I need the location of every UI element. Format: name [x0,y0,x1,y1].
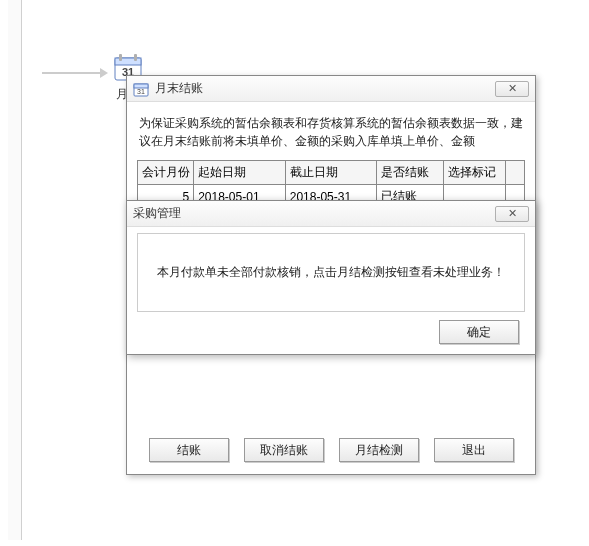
dialog-titlebar[interactable]: 31 月末结账 ✕ [127,76,535,102]
dialog-button-row: 结账 取消结账 月结检测 退出 [127,438,535,462]
close-icon: ✕ [508,82,517,95]
arrow-icon [42,72,102,74]
svg-rect-1 [115,58,141,65]
svg-rect-2 [119,54,122,61]
close-icon: ✕ [508,207,517,220]
close-button[interactable]: ✕ [495,81,529,97]
month-check-button[interactable]: 月结检测 [339,438,419,462]
table-header-row: 会计月份 起始日期 截止日期 是否结账 选择标记 [138,161,525,185]
col-start: 起始日期 [194,161,286,185]
notice-text: 为保证采购系统的暂估余额表和存货核算系统的暂估余额表数据一致，建议在月末结账前将… [137,110,525,160]
col-end: 截止日期 [285,161,377,185]
alert-message: 本月付款单未全部付款核销，点击月结检测按钮查看未处理业务！ [137,233,525,312]
svg-rect-3 [134,54,137,61]
col-status: 是否结账 [377,161,444,185]
dialog-title: 月末结账 [155,80,203,97]
dialog-titlebar[interactable]: 采购管理 ✕ [127,201,535,227]
calendar-icon: 31 [133,81,149,97]
col-mark: 选择标记 [443,161,505,185]
close-button[interactable]: ✕ [495,206,529,222]
exit-button[interactable]: 退出 [434,438,514,462]
dialog-title: 采购管理 [133,205,181,222]
cancel-close-button[interactable]: 取消结账 [244,438,324,462]
col-scroll [506,161,525,185]
svg-text:31: 31 [137,88,145,95]
close-book-button[interactable]: 结账 [149,438,229,462]
purchase-alert-dialog: 采购管理 ✕ 本月付款单未全部付款核销，点击月结检测按钮查看未处理业务！ 确定 [126,200,536,355]
col-period: 会计月份 [138,161,194,185]
ok-button[interactable]: 确定 [439,320,519,344]
